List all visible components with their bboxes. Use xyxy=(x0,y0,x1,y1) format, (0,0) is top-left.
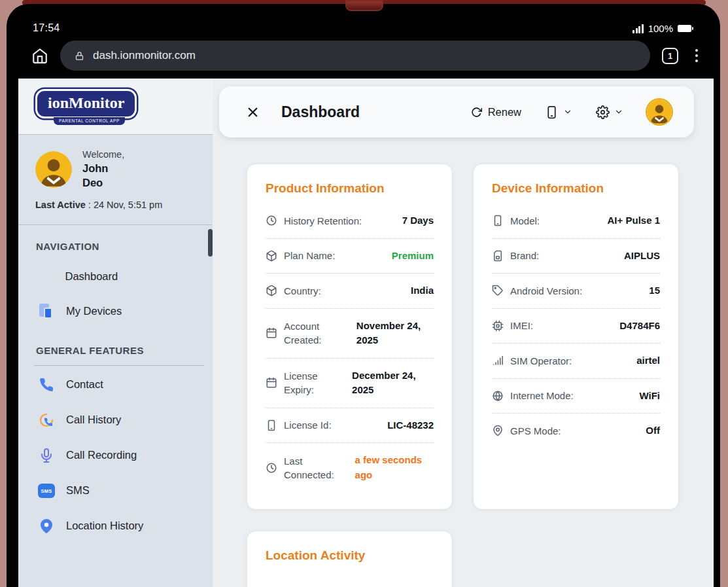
sidebar-item-label: Call History xyxy=(66,414,121,427)
sms-icon xyxy=(38,482,55,499)
info-label: Internet Mode: xyxy=(510,389,633,402)
info-value: India xyxy=(411,283,434,298)
info-value: AI+ Pulse 1 xyxy=(608,213,660,228)
info-row: GPS Mode: Off xyxy=(492,414,660,448)
scrollbar-thumb[interactable] xyxy=(208,229,213,257)
card-title: Location Activity xyxy=(266,548,434,563)
browser-toolbar: dash.ionmonitor.com 1 xyxy=(7,39,720,79)
page-viewport: ionMonitor PARENTAL CONTROL APP Welcome,… xyxy=(18,79,714,587)
close-button[interactable] xyxy=(245,105,260,120)
greeting-text: Welcome, xyxy=(82,149,124,160)
tab-switcher-button[interactable]: 1 xyxy=(662,48,678,64)
smartphone-icon xyxy=(266,419,277,431)
sidebar-item-contact[interactable]: Contact xyxy=(18,367,213,402)
sidebar-item-dashboard[interactable]: Dashboard xyxy=(18,260,213,294)
settings-dropdown[interactable] xyxy=(596,105,623,119)
browser-menu-button[interactable] xyxy=(690,46,703,65)
info-label: License Id: xyxy=(284,418,381,432)
clock-icon xyxy=(266,462,277,474)
info-value: a few seconds ago xyxy=(355,453,434,482)
url-bar[interactable]: dash.ionmonitor.com xyxy=(60,41,650,71)
info-row: Brand: AIPLUS xyxy=(492,239,660,274)
info-row: Plan Name: Premium xyxy=(266,239,434,274)
user-profile: Welcome, John Deo xyxy=(18,135,213,194)
card-title: Product Information xyxy=(266,181,434,196)
user-first-name: John xyxy=(82,161,124,175)
info-label: Country: xyxy=(284,284,404,298)
clock-icon xyxy=(266,215,277,226)
info-label: License Expiry: xyxy=(284,369,345,397)
location-pin-icon xyxy=(492,425,504,436)
info-row: History Retention: 7 Days xyxy=(266,204,434,239)
user-avatar xyxy=(35,151,72,188)
sidebar-item-label: Call Recording xyxy=(66,449,137,462)
app-logo: ionMonitor PARENTAL CONTROL APP xyxy=(18,79,213,134)
smartphone-icon xyxy=(545,105,559,119)
info-row: IMEI: D4784F6 xyxy=(492,309,660,344)
info-value: AIPLUS xyxy=(624,249,660,264)
call-history-icon xyxy=(38,412,55,429)
logo-tagline: PARENTAL CONTROL APP xyxy=(54,117,125,125)
sidebar-item-label: Location History xyxy=(66,520,143,533)
info-row: Last Connected: a few seconds ago xyxy=(266,443,434,492)
package-icon xyxy=(266,285,277,296)
info-value: Premium xyxy=(392,249,434,264)
info-row: Internet Mode: WiFi xyxy=(492,379,660,414)
device-dropdown[interactable] xyxy=(545,105,572,119)
info-row: License Expiry: December 24, 2025 xyxy=(266,359,434,408)
chevron-down-icon xyxy=(563,107,572,116)
device-hinge xyxy=(345,0,383,11)
info-label: History Retention: xyxy=(284,214,396,228)
gear-icon xyxy=(596,105,610,119)
info-value: 7 Days xyxy=(402,213,434,228)
info-row: Android Version: 15 xyxy=(492,274,660,309)
dashboard-grid-icon xyxy=(38,269,54,285)
sidebar-item-call-history[interactable]: Call History xyxy=(18,402,213,438)
navigation-heading: NAVIGATION xyxy=(18,225,213,260)
info-row: Model: AI+ Pulse 1 xyxy=(492,204,660,239)
sidebar-item-sms[interactable]: SMS xyxy=(18,473,213,508)
sidebar-item-location-history[interactable]: Location History xyxy=(18,508,213,544)
info-value: 15 xyxy=(649,283,660,298)
profile-avatar-button[interactable] xyxy=(647,99,672,124)
smartphone-icon xyxy=(492,215,504,226)
device-info-card: Device Information Model: AI+ Pulse 1 Br… xyxy=(473,164,679,510)
signal-bars-icon xyxy=(492,355,504,366)
info-label: Model: xyxy=(510,214,601,228)
sidebar-item-my-devices[interactable]: My Devices xyxy=(18,294,213,329)
sidebar-item-call-recording[interactable]: Call Recording xyxy=(18,438,213,473)
info-label: IMEI: xyxy=(510,319,613,332)
info-label: Brand: xyxy=(510,249,617,262)
last-active: Last Active : 24 Nov, 5:51 pm xyxy=(18,194,213,224)
info-row: License Id: LIC-48232 xyxy=(266,408,434,444)
location-activity-card: Location Activity xyxy=(247,531,453,587)
info-label: Last Connected: xyxy=(284,454,349,482)
app-bar: Dashboard Renew xyxy=(219,86,694,137)
info-row: SIM Operator: airtel xyxy=(492,344,660,379)
info-value: WiFi xyxy=(639,389,660,404)
home-button[interactable] xyxy=(31,47,48,64)
calendar-icon xyxy=(266,327,277,339)
devices-icon xyxy=(38,303,55,320)
globe-icon xyxy=(492,390,504,402)
tab-count: 1 xyxy=(668,51,672,61)
info-value: December 24, 2025 xyxy=(352,368,434,398)
refresh-icon xyxy=(471,107,482,118)
info-label: GPS Mode: xyxy=(510,424,639,438)
info-label: Android Version: xyxy=(510,284,642,298)
sidebar: ionMonitor PARENTAL CONTROL APP Welcome,… xyxy=(18,79,213,587)
sidebar-item-label: SMS xyxy=(66,484,90,497)
sim-card-icon xyxy=(492,250,504,262)
phone-contact-icon xyxy=(38,376,55,393)
signal-bars-icon xyxy=(633,24,644,33)
sidebar-item-label: Contact xyxy=(66,378,103,391)
logo-wordmark: ionMonitor xyxy=(35,89,137,118)
page-title: Dashboard xyxy=(281,103,360,121)
status-time: 17:54 xyxy=(33,22,60,34)
info-value: Off xyxy=(646,423,660,438)
battery-icon xyxy=(678,25,691,32)
info-row: Country: India xyxy=(266,274,434,309)
renew-button[interactable]: Renew xyxy=(471,106,521,118)
location-pin-icon xyxy=(38,518,55,535)
info-value: LIC-48232 xyxy=(387,418,434,433)
